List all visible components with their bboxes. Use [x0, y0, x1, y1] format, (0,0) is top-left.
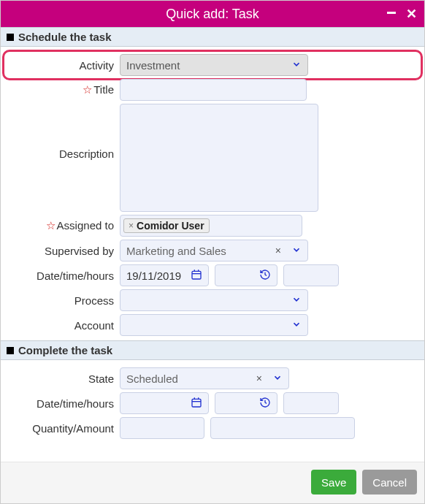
account-select[interactable]: [120, 314, 308, 336]
section-bullet-icon: [7, 347, 14, 354]
chevron-down-icon[interactable]: [291, 294, 302, 307]
schedule-hours-input[interactable]: [283, 264, 339, 286]
schedule-time-input[interactable]: [215, 264, 277, 286]
chevron-down-icon[interactable]: [291, 59, 302, 72]
complete-form: State Scheduled × Date/time/hours: [1, 360, 424, 443]
schedule-date-input[interactable]: 19/11/2019: [120, 264, 209, 286]
quick-add-task-dialog: Quick add: Task ✕ Schedule the task Acti…: [0, 0, 425, 504]
description-textarea[interactable]: [120, 104, 318, 212]
row-activity: Activity Investment: [7, 54, 418, 76]
supervised-by-select[interactable]: Marketing and Sales ×: [120, 240, 308, 261]
clear-icon[interactable]: ×: [275, 245, 281, 256]
close-icon[interactable]: ✕: [406, 7, 417, 20]
label-title: ☆Title: [7, 83, 120, 96]
svg-rect-0: [192, 271, 201, 279]
label-process: Process: [7, 294, 120, 307]
quantity-input[interactable]: [120, 417, 204, 439]
row-schedule-date-time-hours: Date/time/hours 19/11/2019: [7, 264, 418, 286]
row-process: Process: [7, 289, 418, 311]
dialog-title: Quick add: Task: [166, 7, 259, 22]
state-select[interactable]: Scheduled ×: [120, 367, 289, 389]
label-quantity-amount: Quantity/Amount: [7, 422, 120, 435]
svg-rect-4: [192, 399, 201, 407]
window-controls: ✕: [387, 1, 417, 27]
label-description: Description: [7, 104, 120, 160]
calendar-icon[interactable]: [191, 269, 202, 283]
history-icon[interactable]: [259, 397, 271, 411]
amount-input[interactable]: [210, 417, 355, 439]
calendar-icon[interactable]: [191, 397, 202, 411]
footer-button-bar: Save Cancel: [1, 462, 424, 503]
cancel-button[interactable]: Cancel: [362, 470, 417, 495]
label-state: State: [7, 373, 120, 385]
row-description: Description: [7, 104, 418, 212]
title-input[interactable]: [120, 79, 307, 101]
label-account: Account: [7, 319, 120, 332]
label-date-time-hours: Date/time/hours: [7, 397, 120, 410]
assigned-to-input[interactable]: × Comidor User: [120, 215, 302, 237]
save-button[interactable]: Save: [311, 470, 356, 495]
row-quantity-amount: Quantity/Amount: [7, 417, 418, 439]
row-assigned-to: ☆Assigned to × Comidor User: [7, 215, 418, 237]
section-complete-header: Complete the task: [1, 340, 424, 360]
chevron-down-icon[interactable]: [272, 373, 283, 385]
schedule-form: Activity Investment ☆Title Description: [1, 47, 424, 340]
row-state: State Scheduled ×: [7, 367, 418, 389]
label-activity: Activity: [7, 59, 120, 72]
row-account: Account: [7, 314, 418, 336]
tag-remove-icon[interactable]: ×: [129, 221, 134, 231]
complete-date-input[interactable]: [120, 392, 209, 414]
assigned-to-tag[interactable]: × Comidor User: [123, 218, 210, 233]
section-bullet-icon: [7, 34, 14, 41]
minimize-icon[interactable]: [387, 12, 396, 14]
chevron-down-icon[interactable]: [291, 319, 302, 332]
required-star-icon: ☆: [83, 83, 92, 96]
row-title: ☆Title: [7, 79, 418, 101]
clear-icon[interactable]: ×: [256, 373, 262, 384]
row-complete-date-time-hours: Date/time/hours: [7, 392, 418, 414]
required-star-icon: ☆: [46, 219, 55, 232]
row-supervised-by: Supervised by Marketing and Sales ×: [7, 240, 418, 261]
title-bar: Quick add: Task ✕: [1, 1, 424, 27]
chevron-down-icon[interactable]: [291, 245, 302, 257]
process-select[interactable]: [120, 289, 308, 311]
complete-hours-input[interactable]: [283, 392, 339, 414]
complete-time-input[interactable]: [215, 392, 277, 414]
activity-select[interactable]: Investment: [120, 54, 308, 76]
label-assigned-to: ☆Assigned to: [7, 219, 120, 232]
label-supervised-by: Supervised by: [7, 245, 120, 257]
label-date-time-hours: Date/time/hours: [7, 270, 120, 282]
history-icon[interactable]: [259, 269, 271, 283]
section-schedule-header: Schedule the task: [1, 27, 424, 47]
